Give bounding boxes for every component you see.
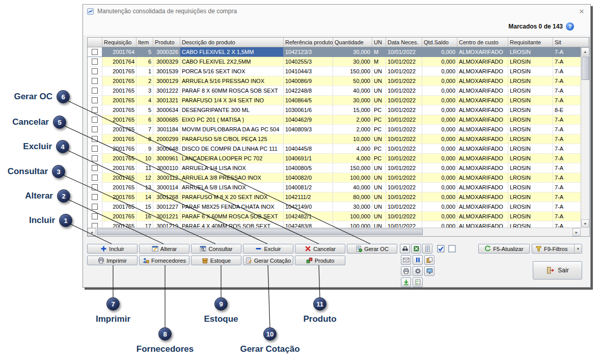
horizontal-scrollbar[interactable] — [88, 228, 581, 236]
cell-item: 2 — [136, 76, 153, 86]
table-row[interactable]: 200176553000634DESENGRIPANTE 300 ML10300… — [88, 105, 589, 115]
row-checkbox[interactable] — [92, 194, 98, 200]
help-icon[interactable]: ? — [566, 22, 574, 31]
table-row[interactable]: 200176543001321PARAFUSO 1/4 X 3/4 SEXT I… — [88, 96, 589, 105]
row-checkbox[interactable] — [92, 146, 98, 152]
send-email-button[interactable] — [401, 255, 411, 265]
table-row[interactable]: 2001765113000110ARRUELA 1/4 LISA INOX104… — [88, 163, 589, 173]
row-checkbox[interactable] — [92, 117, 98, 123]
table-row[interactable]: 200176573001184MOVIM DUPLOBARRA DA AG PC… — [88, 125, 589, 134]
table-row[interactable]: 2001765143001268PARAFUSO M 8 X 20 SEXT I… — [88, 192, 589, 202]
table-row[interactable]: 2001765103000961LANCADEIRA LOOPER PC 702… — [88, 154, 589, 163]
checkbox-cell — [88, 183, 102, 192]
cell-descricao: CABO FLEXIVEL 2X2,5MM — [180, 57, 284, 67]
chevron-down-icon[interactable] — [574, 244, 580, 253]
column-header-item[interactable]: Item — [136, 38, 153, 47]
cell-descricao: PARAFUSO M 8 X 20 SEXT INOX — [180, 192, 284, 202]
imprimir-button[interactable]: Imprimir — [87, 256, 138, 265]
cancelar-button[interactable]: Cancelar — [295, 244, 345, 254]
table-row[interactable]: 2001765123000112ARRUELA 3/8 PRESSAO INOX… — [88, 173, 589, 183]
scroll-left-icon[interactable] — [88, 228, 96, 236]
excluir-button[interactable]: Excluir — [243, 244, 293, 254]
f5-atualizar-button[interactable]: F5-Atualizar — [478, 244, 530, 254]
row-checkbox[interactable] — [92, 59, 98, 65]
column-header-data_neces[interactable]: Data Neces. — [386, 38, 422, 47]
column-header-qtd_saldo[interactable]: Qtd.Saldo — [422, 38, 457, 47]
row-checkbox[interactable] — [92, 204, 98, 210]
export-down-button[interactable] — [401, 277, 411, 287]
cell-produto: 3001184 — [153, 125, 180, 134]
uncheck-all-button[interactable] — [448, 244, 456, 253]
produto-button[interactable]: Produto — [295, 256, 345, 265]
close-icon[interactable]: × — [577, 7, 586, 16]
table-row[interactable]: 200176593000648DISCO DE COMPR DA LINHA P… — [88, 144, 589, 154]
vertical-scrollbar-thumb[interactable] — [582, 57, 589, 80]
report-button[interactable] — [422, 244, 432, 254]
column-header-produto[interactable]: Produto — [153, 38, 180, 47]
consultar-button[interactable]: Consultar — [191, 244, 241, 254]
export-down-icon — [403, 279, 409, 286]
column-header-sit[interactable]: Sit — [553, 38, 589, 47]
vertical-scrollbar[interactable] — [581, 47, 589, 228]
cell-referencia — [284, 134, 333, 144]
cell-item: 16 — [136, 212, 153, 221]
sair-button[interactable]: Sair — [533, 261, 582, 279]
cards-button[interactable] — [424, 255, 434, 265]
column-header-un[interactable]: UN — [372, 38, 386, 47]
pause-button[interactable] — [413, 255, 423, 265]
row-checkbox[interactable] — [92, 213, 98, 219]
table-row[interactable]: 200176463000329CABO FLEXIVEL 2X2,5MM1040… — [88, 57, 589, 67]
table-row[interactable]: 200176563000685EIXO PC 201 ( MATISA )104… — [88, 115, 589, 125]
column-header-requisitante[interactable]: Requisitante — [508, 38, 553, 47]
gerar-oc-button[interactable]: Gerar OC — [347, 244, 397, 254]
column-header-referencia[interactable]: Referência produto — [284, 38, 333, 47]
column-header-requisicao[interactable]: Requisição — [102, 38, 136, 47]
row-checkbox[interactable] — [92, 165, 98, 171]
row-checkbox[interactable] — [92, 68, 98, 74]
print-small-button[interactable] — [401, 266, 411, 276]
callout-label: Consultar — [8, 166, 48, 177]
gerar-cotacao-button[interactable]: Gerar Cotação — [243, 256, 293, 265]
row-checkbox[interactable] — [92, 136, 98, 142]
alterar-button[interactable]: Alterar — [139, 244, 189, 254]
row-checkbox[interactable] — [92, 78, 98, 84]
table-row[interactable]: 2001765133000114ARRUELA 5/8 LISA INOX104… — [88, 183, 589, 192]
column-header-descricao[interactable]: Descrição do produto — [180, 38, 284, 47]
row-checkbox[interactable] — [92, 175, 98, 181]
table-row[interactable]: 200176523000129ARRUELA 5/16 PRESSAO INOX… — [88, 76, 589, 86]
settings-button[interactable] — [413, 266, 423, 276]
row-checkbox[interactable] — [92, 107, 98, 113]
cell-requisitante: LROSIN — [508, 105, 553, 115]
callout-estoque: 9 Estoque — [180, 297, 262, 324]
cell-requisicao: 2001765 — [102, 134, 136, 144]
export-excel-button[interactable] — [411, 244, 421, 254]
row-checkbox[interactable] — [92, 97, 98, 103]
row-checkbox[interactable] — [92, 126, 98, 132]
row-checkbox[interactable] — [92, 88, 98, 94]
incluir-button[interactable]: Incluir — [87, 244, 138, 254]
table-row[interactable]: 200176453000326CABO FLEXIVEL 2 X 1,5MM10… — [88, 47, 589, 57]
search-view-button[interactable] — [400, 244, 410, 254]
checklist-button[interactable] — [413, 277, 423, 287]
scroll-up-icon[interactable] — [581, 47, 589, 55]
estoque-button[interactable]: Estoque — [191, 256, 241, 265]
cancel-x-icon — [305, 245, 311, 252]
table-row[interactable]: 200176533001222PARAF 8 X 60MM ROSCA SOB … — [88, 86, 589, 96]
check-all-button[interactable] — [436, 244, 445, 253]
column-header-centro_custo[interactable]: Centro de custo — [457, 38, 508, 47]
scroll-down-icon[interactable] — [581, 219, 589, 228]
table-row[interactable]: 2001765163001221PARAF 6 X 60MM ROSCA SOB… — [88, 212, 589, 221]
table-row[interactable]: 200176582000299PARAFUSO 5/8 C/BOL PEÇA 1… — [88, 134, 589, 144]
horizontal-scrollbar-thumb[interactable] — [97, 229, 423, 235]
fornecedores-button[interactable]: Fornecedores — [139, 256, 189, 265]
scroll-right-icon[interactable] — [572, 228, 581, 236]
f9-filtros-button[interactable]: F9-Filtros — [532, 244, 582, 254]
column-header-check[interactable] — [88, 38, 102, 47]
table-row[interactable]: 200176513001539PORCA 5/16 SEXT INOX10410… — [88, 67, 589, 76]
row-checkbox[interactable] — [92, 49, 98, 55]
monitor-button[interactable] — [424, 266, 434, 276]
row-checkbox[interactable] — [92, 184, 98, 190]
row-checkbox[interactable] — [92, 155, 98, 161]
column-header-quantidade[interactable]: Quantidade — [333, 38, 372, 47]
table-row[interactable]: 2001765153001227PARAF M8X25 FENDA CHATA … — [88, 202, 589, 212]
